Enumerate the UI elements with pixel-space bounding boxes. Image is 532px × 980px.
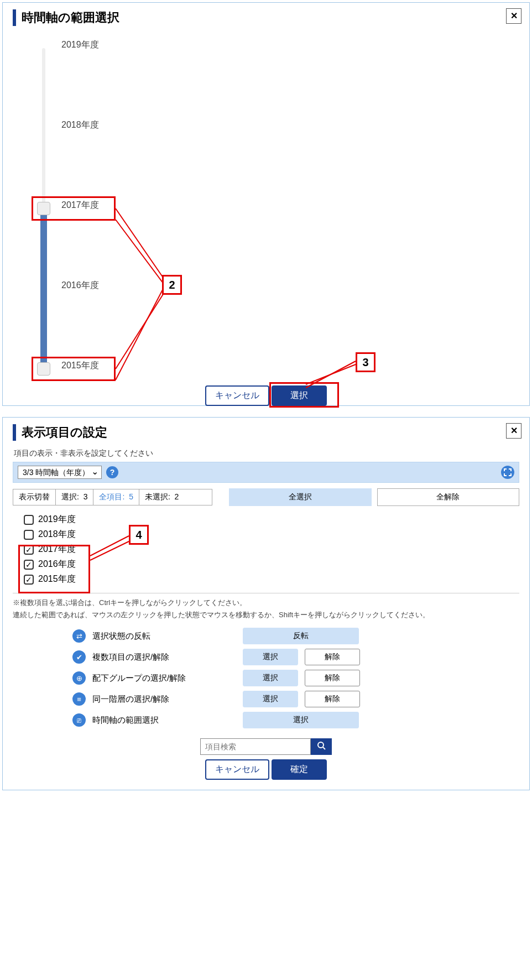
checkbox[interactable]: ✓	[24, 560, 34, 570]
op-select-button[interactable]: 選択	[243, 649, 298, 665]
time-range-title: 時間軸の範囲選択	[13, 9, 119, 26]
operation-icon: ⊕	[72, 671, 86, 685]
operation-row: ✔複数項目の選択/解除選択解除	[72, 649, 460, 665]
operation-label: 同一階層の選択/解除	[92, 694, 236, 705]
operation-label: 選択状態の反転	[92, 631, 236, 642]
slider-selected-range	[40, 208, 47, 369]
operation-row: ⎚時間軸の範囲選択選択	[72, 712, 460, 728]
expand-icon[interactable]	[501, 466, 514, 479]
operation-row: ⊕配下グループの選択/解除選択解除	[72, 670, 460, 686]
op-action-button[interactable]: 反転	[243, 628, 359, 644]
close-icon: ✕	[510, 426, 518, 435]
list-item[interactable]: 2018年度	[24, 529, 519, 540]
confirm-button[interactable]: 確定	[272, 759, 327, 780]
operation-icon: ✔	[72, 650, 86, 664]
cancel-button[interactable]: キャンセル	[205, 759, 269, 780]
display-items-subtitle: 項目の表示・非表示を設定してください	[14, 449, 519, 458]
operation-row: ⇄選択状態の反転反転	[72, 628, 460, 644]
selected-count-box: 選択: 3	[55, 489, 93, 505]
op-select-button[interactable]: 選択	[243, 691, 298, 707]
annotation-callout-2: 2	[162, 275, 182, 295]
slider-tick-label: 2019年度	[61, 39, 99, 51]
close-button[interactable]: ✕	[506, 423, 521, 439]
op-clear-button[interactable]: 解除	[305, 670, 360, 686]
operation-label: 配下グループの選択/解除	[92, 673, 236, 684]
slider-tick-label: 2015年度	[61, 360, 99, 372]
search-button[interactable]	[311, 738, 332, 755]
note-ctrl: ※複数項目を選ぶ場合は、Ctrlキーを押しながらクリックしてください。	[13, 598, 519, 608]
close-icon: ✕	[510, 11, 518, 20]
operations: ⇄選択状態の反転反転✔複数項目の選択/解除選択解除⊕配下グループの選択/解除選択…	[72, 628, 460, 728]
search-row	[13, 738, 519, 755]
operation-label: 時間軸の範囲選択	[92, 715, 236, 726]
search-icon	[317, 741, 326, 752]
time-slider[interactable]: 2019年度2018年度2017年度2016年度2015年度 2	[35, 43, 519, 380]
clear-all-button[interactable]: 全解除	[377, 488, 519, 506]
slider-tick-label: 2017年度	[61, 200, 99, 211]
op-clear-button[interactable]: 解除	[305, 691, 360, 707]
list-item-label: 2019年度	[38, 514, 76, 525]
checkbox[interactable]: ✓	[24, 545, 34, 555]
list-item-label: 2017年度	[38, 544, 76, 555]
unselected-count-box: 未選択: 2	[139, 489, 212, 505]
operation-icon: ⇄	[72, 629, 86, 643]
svg-line-1	[116, 220, 163, 283]
all-count-box: 全項目: 5	[93, 489, 139, 505]
op-select-button[interactable]: 選択	[243, 670, 298, 686]
svg-line-0	[116, 208, 163, 278]
help-icon[interactable]: ?	[106, 466, 118, 478]
list-item[interactable]: ✓2015年度	[24, 574, 519, 585]
checkbox[interactable]: ✓	[24, 575, 34, 585]
svg-point-8	[318, 742, 324, 748]
search-input[interactable]	[200, 738, 311, 755]
select-button[interactable]: 選択	[272, 385, 327, 406]
svg-line-9	[323, 747, 325, 749]
list-item[interactable]: 2019年度	[24, 514, 519, 525]
list-item-label: 2018年度	[38, 529, 76, 540]
list-item[interactable]: ✓2017年度	[24, 544, 519, 555]
operation-row: ≡同一階層の選択/解除選択解除	[72, 691, 460, 707]
toggle-label: 表示切替	[13, 489, 56, 505]
op-action-button[interactable]: 選択	[243, 712, 359, 728]
note-shift: 連続した範囲であれば、マウスの左クリックを押した状態でマウスを移動するか、Shi…	[13, 610, 519, 620]
operation-icon: ≡	[72, 692, 86, 706]
display-items-title: 表示項目の設定	[13, 424, 107, 441]
checkbox[interactable]	[24, 515, 34, 525]
list-item-label: 2015年度	[38, 574, 76, 585]
item-list: 2019年度2018年度✓2017年度✓2016年度✓2015年度	[24, 514, 519, 585]
cancel-button[interactable]: キャンセル	[205, 385, 269, 406]
footer-buttons: キャンセル 確定	[13, 759, 519, 780]
operation-label: 複数項目の選択/解除	[92, 652, 236, 663]
checkbox[interactable]	[24, 530, 34, 540]
operation-icon: ⎚	[72, 713, 86, 727]
select-all-button[interactable]: 全選択	[229, 488, 371, 506]
slider-handle-lower[interactable]	[37, 362, 50, 376]
svg-line-2	[116, 294, 163, 369]
op-clear-button[interactable]: 解除	[305, 649, 360, 665]
time-range-panel: 時間軸の範囲選択 ✕ 2019年度2018年度2017年度2016年度2015年…	[2, 2, 530, 406]
list-item[interactable]: ✓2016年度	[24, 559, 519, 570]
slider-tick-label: 2016年度	[61, 280, 99, 291]
svg-line-3	[116, 289, 163, 380]
display-items-panel: 表示項目の設定 ✕ 項目の表示・非表示を設定してください 3/3 時間軸（年度）…	[2, 417, 530, 790]
close-button[interactable]: ✕	[506, 8, 521, 24]
axis-bar: 3/3 時間軸（年度） ?	[13, 462, 519, 483]
slider-handle-upper[interactable]	[37, 202, 50, 215]
axis-select[interactable]: 3/3 時間軸（年度）	[18, 466, 102, 479]
slider-tick-label: 2018年度	[61, 119, 99, 131]
toggle-row: 表示切替 選択: 3 全項目: 5 未選択: 2 全選択 全解除	[13, 488, 519, 506]
list-item-label: 2016年度	[38, 559, 76, 570]
time-range-buttons: キャンセル 選択 3	[13, 385, 519, 406]
